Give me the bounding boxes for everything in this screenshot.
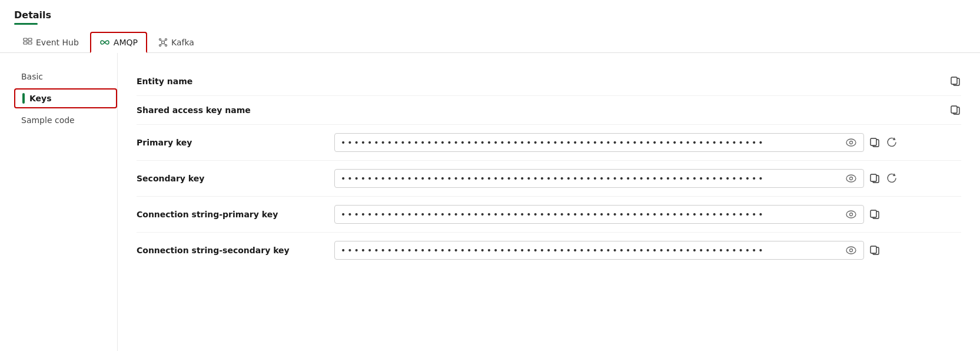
svg-rect-0 xyxy=(24,38,27,41)
kafka-icon xyxy=(158,38,168,47)
page: Details Event Hub xyxy=(0,0,980,351)
svg-rect-2 xyxy=(24,42,27,44)
tab-amqp-label: AMQP xyxy=(114,38,138,47)
svg-rect-14 xyxy=(951,77,957,84)
active-indicator xyxy=(22,93,25,104)
svg-rect-24 xyxy=(871,174,876,181)
connection-string-secondary-copy-button[interactable] xyxy=(869,244,881,256)
connection-string-primary-copy-button[interactable] xyxy=(869,208,881,220)
tab-bar: Event Hub AMQP xyxy=(0,32,980,53)
svg-point-5 xyxy=(159,39,161,41)
primary-key-label: Primary key xyxy=(137,138,325,147)
field-shared-access-key-name: Shared access key name xyxy=(137,96,961,125)
primary-key-refresh-button[interactable] xyxy=(885,136,898,149)
shared-access-copy-button[interactable] xyxy=(949,104,961,116)
tab-amqp[interactable]: AMQP xyxy=(90,32,147,53)
svg-point-22 xyxy=(850,177,853,180)
secondary-key-input-box: ••••••••••••••••••••••••••••••••••••••••… xyxy=(334,169,864,188)
main-layout: Basic Keys Sample code Entity name xyxy=(0,53,980,351)
entity-name-label: Entity name xyxy=(137,77,325,86)
field-connection-string-secondary: Connection string-secondary key ••••••••… xyxy=(137,233,961,268)
title-underline xyxy=(14,23,38,25)
page-title: Details xyxy=(14,9,966,21)
amqp-icon xyxy=(99,38,110,47)
svg-point-21 xyxy=(846,175,856,182)
connection-string-primary-value: ••••••••••••••••••••••••••••••••••••••••… xyxy=(334,205,961,224)
entity-name-copy-button[interactable] xyxy=(949,75,961,87)
shared-access-key-name-value xyxy=(334,104,961,116)
tab-kafka[interactable]: Kafka xyxy=(150,32,203,52)
secondary-key-label: Secondary key xyxy=(137,174,325,183)
secondary-key-eye-button[interactable] xyxy=(845,173,858,184)
svg-point-7 xyxy=(159,45,161,47)
tab-event-hub-label: Event Hub xyxy=(36,38,79,47)
svg-point-4 xyxy=(161,41,164,44)
connection-string-primary-label: Connection string-primary key xyxy=(137,210,325,219)
sidebar-item-basic[interactable]: Basic xyxy=(14,67,117,86)
svg-point-18 xyxy=(850,141,853,144)
svg-point-30 xyxy=(850,249,853,252)
field-primary-key: Primary key ••••••••••••••••••••••••••••… xyxy=(137,125,961,161)
connection-string-primary-eye-button[interactable] xyxy=(845,209,858,220)
sidebar-item-keys[interactable]: Keys xyxy=(14,88,117,108)
connection-string-secondary-dots: ••••••••••••••••••••••••••••••••••••••••… xyxy=(341,246,840,255)
svg-point-17 xyxy=(846,139,856,146)
secondary-key-value: ••••••••••••••••••••••••••••••••••••••••… xyxy=(334,169,961,188)
svg-rect-1 xyxy=(28,38,32,41)
primary-key-dots: ••••••••••••••••••••••••••••••••••••••••… xyxy=(341,138,840,147)
field-secondary-key: Secondary key ••••••••••••••••••••••••••… xyxy=(137,161,961,197)
entity-name-value xyxy=(334,75,961,87)
svg-rect-28 xyxy=(871,210,876,217)
secondary-key-refresh-button[interactable] xyxy=(885,172,898,185)
svg-line-11 xyxy=(161,44,161,45)
header: Details xyxy=(0,0,980,32)
content-area: Entity name Shared access key name xyxy=(118,53,980,351)
svg-line-9 xyxy=(161,40,161,41)
svg-point-8 xyxy=(165,45,167,47)
connection-string-primary-input-box: ••••••••••••••••••••••••••••••••••••••••… xyxy=(334,205,864,224)
svg-rect-16 xyxy=(951,106,957,113)
field-connection-string-primary: Connection string-primary key ••••••••••… xyxy=(137,197,961,233)
svg-line-10 xyxy=(164,40,165,41)
svg-rect-3 xyxy=(28,42,32,44)
connection-string-secondary-value: ••••••••••••••••••••••••••••••••••••••••… xyxy=(334,241,961,260)
connection-string-secondary-label: Connection string-secondary key xyxy=(137,246,325,255)
svg-rect-20 xyxy=(871,138,876,145)
grid-icon xyxy=(23,38,32,47)
field-entity-name: Entity name xyxy=(137,67,961,96)
svg-point-29 xyxy=(846,247,856,254)
sidebar-item-sample-code[interactable]: Sample code xyxy=(14,111,117,130)
tab-kafka-label: Kafka xyxy=(171,38,194,47)
connection-string-primary-dots: ••••••••••••••••••••••••••••••••••••••••… xyxy=(341,210,840,219)
svg-point-25 xyxy=(846,211,856,218)
svg-point-6 xyxy=(165,39,167,41)
primary-key-input-box: ••••••••••••••••••••••••••••••••••••••••… xyxy=(334,133,864,152)
shared-access-key-name-label: Shared access key name xyxy=(137,105,325,115)
sidebar: Basic Keys Sample code xyxy=(0,53,118,351)
primary-key-value: ••••••••••••••••••••••••••••••••••••••••… xyxy=(334,133,961,152)
primary-key-eye-button[interactable] xyxy=(845,137,858,148)
svg-point-26 xyxy=(850,213,853,216)
svg-rect-32 xyxy=(871,246,876,253)
svg-line-12 xyxy=(164,44,165,45)
secondary-key-copy-button[interactable] xyxy=(869,173,881,184)
connection-string-secondary-input-box: ••••••••••••••••••••••••••••••••••••••••… xyxy=(334,241,864,260)
secondary-key-dots: ••••••••••••••••••••••••••••••••••••••••… xyxy=(341,174,840,183)
connection-string-secondary-eye-button[interactable] xyxy=(845,245,858,256)
primary-key-copy-button[interactable] xyxy=(869,137,881,148)
tab-event-hub[interactable]: Event Hub xyxy=(14,32,88,52)
